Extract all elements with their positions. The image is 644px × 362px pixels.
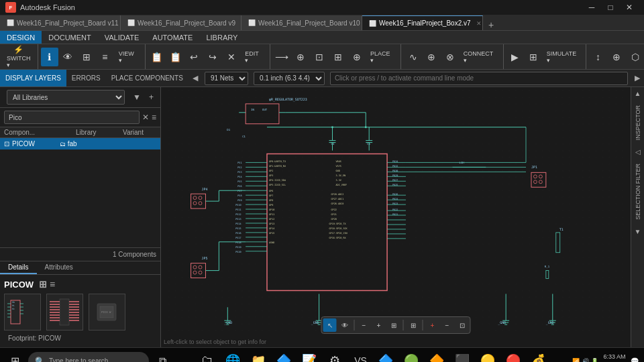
info-button[interactable]: ℹ — [41, 48, 59, 66]
right-panel-arrow-mid[interactable]: ◁ — [634, 145, 642, 158]
taskbar-app-9[interactable]: 🟢 — [399, 349, 423, 363]
start-button[interactable]: ⊞ — [3, 349, 27, 363]
paste-button[interactable]: 📋 — [166, 48, 184, 66]
sim-run[interactable]: ▶ — [506, 48, 524, 66]
switch-button[interactable]: ⚡ SWITCH ▾ — [3, 48, 35, 66]
col-library[interactable]: Library — [76, 129, 123, 136]
command-input[interactable] — [330, 72, 628, 85]
rework-btn2[interactable]: ⊕ — [608, 48, 626, 66]
eye-button[interactable]: 👁 — [59, 48, 77, 66]
copy-button[interactable]: 📋 — [148, 48, 166, 66]
errors-btn[interactable]: ERRORS — [66, 70, 106, 86]
library-select[interactable]: All Libraries — [7, 90, 125, 105]
maximize-button[interactable]: □ — [601, 0, 620, 15]
canvas-zoom-fit-btn[interactable]: ⊞ — [387, 318, 400, 332]
canvas-grid-btn[interactable]: ⊞ — [407, 318, 420, 332]
tab-4-close[interactable]: ✕ — [476, 20, 482, 27]
volume-icon[interactable]: 🔊 — [582, 358, 589, 363]
minimize-button[interactable]: ─ — [582, 0, 601, 15]
menu-validate[interactable]: VALIDATE — [98, 31, 146, 44]
search-options-icon[interactable]: ≡ — [152, 113, 156, 122]
via-btn[interactable]: ⊗ — [441, 48, 458, 66]
list-item[interactable]: ⊡ PICOW 🗂 fab — [0, 138, 160, 149]
connect-label[interactable]: CONNECT ▾ — [460, 48, 500, 66]
undo-button[interactable]: ↩ — [185, 48, 203, 66]
taskbar-app-2[interactable]: 🌐 — [221, 349, 245, 363]
edit-label[interactable]: EDIT ▾ — [241, 48, 267, 66]
redo-button[interactable]: ↪ — [204, 48, 222, 66]
canvas-add-btn[interactable]: + — [426, 318, 439, 332]
taskbar-clock[interactable]: 6:33 AM 6/28/2024 — [601, 353, 628, 362]
canvas-extra-btn[interactable]: ⊡ — [455, 318, 469, 332]
tab-3[interactable]: ⬜ Week16_Final_Project_Board v10 ✕ — [241, 15, 362, 30]
taskbar-app-6[interactable]: ⚙ — [323, 349, 347, 363]
pin-layout-preview[interactable] — [46, 294, 83, 330]
place-bus[interactable]: ⊕ — [292, 48, 310, 66]
sim-settings[interactable]: ⊞ — [525, 48, 542, 66]
nav-arrow-left[interactable]: ◀ — [189, 70, 202, 86]
place-components-btn[interactable]: PLACE COMPONENTS — [106, 70, 189, 86]
col-component[interactable]: Compon... — [4, 129, 76, 136]
rework-btn1[interactable]: ↕ — [589, 48, 607, 66]
tab-2[interactable]: ⬜ Week16_Final_Project_Board v9 ✕ — [121, 15, 241, 30]
taskbar-app-1[interactable]: 🗂 — [195, 349, 219, 363]
grid-select[interactable]: 0.1 inch (6.3 4.4) — [254, 72, 325, 85]
menu-document[interactable]: DOCUMENT — [42, 31, 98, 44]
display-layers-btn[interactable]: DISPLAY LAYERS — [0, 70, 66, 86]
taskbar-app-13[interactable]: 🔴 — [501, 349, 525, 363]
schematic-preview[interactable]: P0 P1 P2 — [4, 294, 41, 330]
delete-button[interactable]: ✕ — [223, 48, 241, 66]
taskbar-app-8[interactable]: 🔷 — [374, 349, 398, 363]
wifi-icon[interactable]: 📶 — [572, 358, 580, 363]
place-label-btn[interactable]: PLACE ▾ — [366, 48, 398, 66]
taskbar-app-14[interactable]: 💰 — [527, 349, 551, 363]
inspector-label[interactable]: INSPECTOR — [633, 100, 643, 145]
battery-icon[interactable]: 🔋 — [591, 358, 598, 363]
notification-icon[interactable]: 💬 — [631, 357, 639, 362]
tab-1[interactable]: ⬜ Week16_Final_Project_Board v11 ✕ — [0, 15, 121, 30]
view-label[interactable]: VIEW ▾ — [115, 48, 142, 66]
selection-filter-label[interactable]: SELECTION FILTER — [633, 158, 643, 225]
search-input[interactable] — [4, 111, 140, 124]
menu-library[interactable]: LIBRARY — [199, 31, 244, 44]
layers-button[interactable]: ≡ — [96, 48, 114, 66]
menu-automate[interactable]: AUTOMATE — [146, 31, 199, 44]
canvas-remove-btn[interactable]: − — [441, 318, 454, 332]
tab-attributes[interactable]: Attributes — [37, 261, 81, 274]
menu-design[interactable]: DESIGN — [0, 31, 42, 44]
canvas-area[interactable]: ψR_REGULATOR_SOT223 IN OUT D1 C1 JP4 JP5 — [161, 87, 631, 347]
diff-pair[interactable]: ⊕ — [423, 48, 440, 66]
taskbar-search[interactable]: 🔍 Type here to search — [28, 352, 149, 363]
taskbar-app-5[interactable]: 📝 — [297, 349, 321, 363]
canvas-zoom-in-btn[interactable]: + — [372, 318, 386, 332]
canvas-select-btn[interactable]: ↖ — [323, 318, 337, 332]
taskbar-app-12[interactable]: 🟡 — [476, 349, 500, 363]
detail-grid-icon[interactable]: ⊞ — [39, 279, 47, 290]
nets-select[interactable]: 91 Nets — [205, 72, 248, 85]
detail-list-icon[interactable]: ≡ — [50, 279, 55, 290]
close-button[interactable]: ✕ — [620, 0, 639, 15]
tab-details[interactable]: Details — [0, 261, 37, 274]
canvas-eye-btn[interactable]: 👁 — [338, 318, 352, 332]
col-variant[interactable]: Variant — [123, 129, 156, 136]
new-tab-button[interactable]: + — [483, 19, 499, 30]
place-wire[interactable]: ⟶ — [273, 48, 291, 66]
right-panel-arrow-down[interactable]: ▼ — [633, 225, 643, 238]
taskbar-app-10[interactable]: 🔶 — [425, 349, 449, 363]
place-symbol[interactable]: ⊞ — [329, 48, 347, 66]
task-view-button[interactable]: ⧉ — [150, 349, 174, 363]
rework-btn3[interactable]: ⬡ — [626, 48, 644, 66]
simulate-label[interactable]: SIMULATE ▾ — [543, 48, 583, 66]
tab-4[interactable]: ⬜ Week16_FinalProject_Box2.v7 ✕ — [362, 15, 483, 30]
canvas-zoom-out-btn[interactable]: − — [358, 318, 371, 332]
place-junction[interactable]: ⊡ — [310, 48, 328, 66]
right-panel-arrow-up[interactable]: ▲ — [633, 87, 643, 100]
3d-preview[interactable]: PICO W — [89, 294, 125, 330]
search-clear-icon[interactable]: ✕ — [142, 113, 149, 122]
nav-arrow-right[interactable]: ▶ — [631, 70, 644, 86]
taskbar-app-7[interactable]: VS — [348, 349, 372, 363]
route-btn[interactable]: ∿ — [404, 48, 421, 66]
grid-button[interactable]: ⊞ — [78, 48, 96, 66]
library-options-icon[interactable]: ▼ — [130, 91, 144, 103]
place-label[interactable]: ⊕ — [347, 48, 366, 66]
